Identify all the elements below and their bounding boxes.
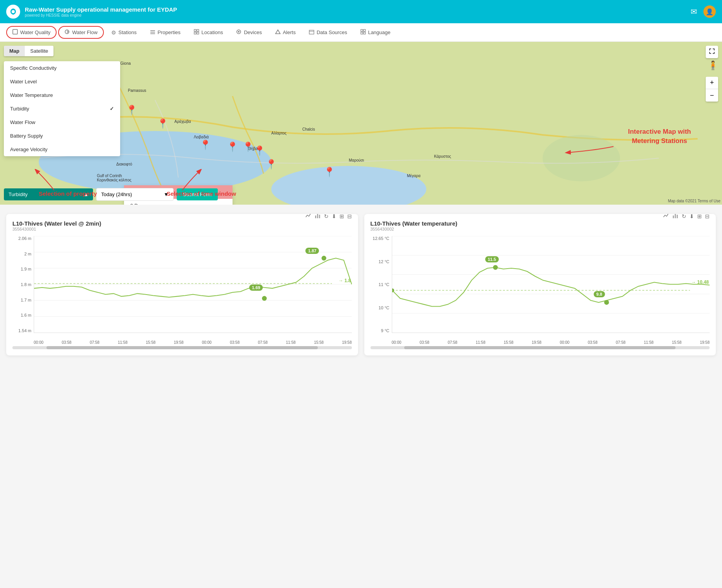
nav-item-language[interactable]: Language bbox=[355, 26, 396, 38]
chart-2-header: L10-Thives (Water temperature) 355643000… bbox=[370, 220, 710, 231]
chart-2-collapse-icon[interactable]: ⊟ bbox=[705, 213, 710, 219]
svg-rect-17 bbox=[364, 29, 365, 31]
annotation-arrow-time bbox=[171, 169, 240, 192]
dropdown-item-water-temperature[interactable]: Water Temperature bbox=[4, 88, 120, 102]
map-label-parnassus: Parnassus bbox=[128, 88, 146, 93]
nav-item-stations[interactable]: ⚙ Stations bbox=[105, 27, 143, 38]
chart-2-bar-icon[interactable] bbox=[672, 212, 679, 220]
map-pin-5[interactable]: 📍 bbox=[242, 141, 254, 152]
dropdown-item-battery-supply[interactable]: Battery Supply bbox=[4, 129, 120, 143]
svg-rect-41 bbox=[675, 214, 676, 218]
header-subtitle: powered by HESSIE data engine bbox=[25, 13, 177, 17]
map-label-karystos: Κάρυστος bbox=[434, 154, 451, 159]
chart-1-collapse-icon[interactable]: ⊟ bbox=[347, 213, 352, 219]
svg-rect-18 bbox=[361, 32, 363, 34]
dropdown-item-water-level[interactable]: Water Level bbox=[4, 75, 120, 88]
nav-item-properties[interactable]: Properties bbox=[144, 27, 186, 38]
chart-2-refresh-icon[interactable]: ↻ bbox=[682, 213, 686, 219]
stations-icon: ⚙ bbox=[111, 29, 116, 36]
map-pin-7[interactable]: 📍 bbox=[265, 159, 277, 170]
app-logo bbox=[6, 5, 20, 19]
map-pin-3[interactable]: 📍 bbox=[200, 140, 211, 150]
chart-1-bar-icon[interactable] bbox=[315, 212, 321, 220]
chart-1-line-icon[interactable] bbox=[305, 212, 312, 220]
nav-label-stations: Stations bbox=[119, 29, 137, 35]
nav-item-water-quality[interactable]: Water Quality bbox=[6, 26, 57, 39]
map-label-aliartos: Αλίαρτος bbox=[271, 131, 286, 135]
chart-2-bubble-1: 11.5 bbox=[485, 256, 499, 262]
nav-label-water-quality: Water Quality bbox=[20, 29, 50, 35]
map-pin-2[interactable]: 📍 bbox=[157, 118, 169, 129]
svg-point-38 bbox=[262, 296, 267, 301]
chart-2-download-icon[interactable]: ⬇ bbox=[689, 213, 694, 219]
property-dropdown: Specific Conductivity Water Level Water … bbox=[4, 61, 120, 156]
annotation-time-area: Selection of time window bbox=[167, 190, 236, 197]
chart-1-download-icon[interactable]: ⬇ bbox=[332, 213, 336, 219]
time-select-value: Today (24hrs) bbox=[101, 191, 132, 197]
mail-icon[interactable]: ✉ bbox=[691, 7, 697, 16]
chart-1-area: 2.06 m 2 m 1.9 m 1.8 m 1.7 m 1.6 m 1.54 … bbox=[12, 236, 352, 345]
svg-point-39 bbox=[322, 256, 326, 260]
nav-item-devices[interactable]: Devices bbox=[230, 26, 267, 38]
chart-1-scrollbar[interactable] bbox=[12, 346, 352, 349]
svg-rect-14 bbox=[309, 30, 314, 34]
nav-item-locations[interactable]: Locations bbox=[188, 26, 229, 38]
map-view-btn[interactable]: Map bbox=[4, 46, 25, 56]
chart-2-plot: 11.5 9.8 → 10.48 bbox=[392, 236, 710, 333]
map-pin-4[interactable]: 📍 bbox=[227, 141, 238, 152]
svg-rect-28 bbox=[315, 216, 316, 218]
map-fullscreen-btn[interactable] bbox=[706, 46, 718, 58]
zoom-in-btn[interactable]: + bbox=[706, 77, 718, 89]
chart-2-scrollbar-thumb[interactable] bbox=[404, 346, 675, 349]
dropdown-item-specific-conductivity[interactable]: Specific Conductivity bbox=[4, 61, 120, 75]
chart-1-expand-icon[interactable]: ⊞ bbox=[339, 213, 344, 219]
dropdown-item-water-flow[interactable]: Water Flow bbox=[4, 116, 120, 129]
dropdown-item-average-velocity[interactable]: Average Velocity bbox=[4, 143, 120, 156]
locations-icon bbox=[194, 29, 199, 36]
map-watermark: Map data ©2021 Terms of Use bbox=[668, 199, 720, 203]
nav-item-alerts[interactable]: Alerts bbox=[269, 26, 302, 38]
nav-label-devices: Devices bbox=[244, 29, 262, 35]
chart-1-y-labels: 2.06 m 2 m 1.9 m 1.8 m 1.7 m 1.6 m 1.54 … bbox=[12, 236, 34, 333]
map-label-diakofto: Διακοφτό bbox=[116, 162, 132, 166]
nav-label-alerts: Alerts bbox=[283, 29, 296, 35]
chart-2-scrollbar[interactable] bbox=[370, 346, 710, 349]
water-flow-icon bbox=[64, 29, 70, 36]
map-pin-8[interactable]: 📍 bbox=[324, 167, 335, 178]
satellite-view-btn[interactable]: Satellite bbox=[25, 46, 53, 56]
chart-1-subtitle: 3556430001 bbox=[12, 227, 101, 231]
property-select-value: Turbidity bbox=[9, 191, 28, 197]
map-label-megara: Μέγαρα bbox=[407, 174, 420, 178]
header-title: Raw-Water Supply operational management … bbox=[25, 6, 177, 14]
chart-1-refresh-icon[interactable]: ↻ bbox=[324, 213, 329, 219]
nav-label-data-sources: Data Sources bbox=[317, 29, 347, 35]
properties-icon bbox=[150, 29, 155, 36]
chart-2-expand-icon[interactable]: ⊞ bbox=[697, 213, 702, 219]
nav-label-locations: Locations bbox=[202, 29, 223, 35]
map-zoom-controls: + − bbox=[706, 77, 718, 102]
nav-item-water-flow[interactable]: Water Flow bbox=[58, 26, 103, 39]
svg-point-50 bbox=[493, 265, 498, 270]
alerts-icon bbox=[275, 29, 281, 36]
chart-2-end-label: → 10.48 bbox=[691, 279, 709, 285]
chart-2-line-icon[interactable] bbox=[663, 212, 669, 220]
svg-rect-40 bbox=[673, 216, 674, 218]
street-view-person[interactable]: 🧍 bbox=[708, 60, 718, 71]
time-select[interactable]: Today (24hrs) ▼ bbox=[96, 188, 174, 201]
map-pin-1[interactable]: 📍 bbox=[126, 105, 138, 116]
chart-1-scrollbar-thumb[interactable] bbox=[47, 346, 318, 349]
dropdown-item-turbidity[interactable]: Turbidity ✓ bbox=[4, 102, 120, 116]
svg-rect-2 bbox=[13, 29, 17, 34]
svg-rect-8 bbox=[197, 29, 199, 31]
svg-rect-42 bbox=[677, 215, 678, 218]
map-pin-6[interactable]: 📍 bbox=[254, 145, 265, 156]
annotation-property-area: Selection of property bbox=[39, 190, 97, 197]
devices-icon bbox=[236, 29, 241, 36]
svg-rect-29 bbox=[317, 214, 318, 218]
water-quality-icon bbox=[12, 29, 18, 36]
svg-point-51 bbox=[604, 300, 609, 305]
nav-item-data-sources[interactable]: Data Sources bbox=[303, 27, 353, 38]
zoom-out-btn[interactable]: − bbox=[706, 89, 718, 102]
user-avatar[interactable]: 👤 bbox=[703, 5, 716, 18]
nav-label-language: Language bbox=[368, 29, 391, 35]
